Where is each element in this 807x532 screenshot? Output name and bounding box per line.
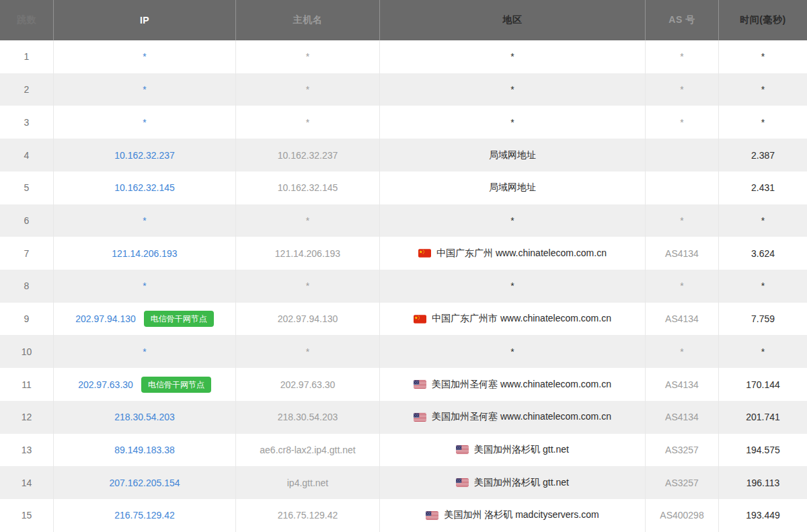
ip-link[interactable]: 202.97.63.30 [78, 379, 133, 390]
ip-cell: 216.75.129.42 [54, 499, 236, 532]
table-row: 1 * * * * * [0, 40, 807, 73]
asn-cell: * [646, 335, 719, 368]
time-cell: * [719, 106, 807, 139]
table-row: 4 10.162.32.237 10.162.32.237 局域网地址 2.38… [0, 139, 807, 172]
table-row: 8 * * * * * [0, 270, 807, 303]
region-cell: 美国加州圣何塞 www.chinatelecom.com.cn [380, 368, 646, 401]
us-flag-icon [456, 478, 469, 487]
hostname-cell: * [236, 335, 380, 368]
region-cell: * [380, 204, 646, 237]
hostname-cell: 10.162.32.145 [236, 172, 380, 204]
cn-flag-icon [418, 249, 431, 258]
table-row: 11 202.97.63.30 电信骨干网节点 202.97.63.30 美国加… [0, 368, 807, 401]
hostname-cell: 202.97.63.30 [236, 368, 380, 401]
ip-cell: 218.30.54.203 [54, 401, 236, 434]
region-text: * [510, 346, 514, 357]
region-cell: * [380, 335, 646, 368]
time-cell: 2.387 [719, 139, 807, 172]
ip-link[interactable]: * [143, 346, 146, 357]
table-body: 1 * * * * * 2 * * * * * 3 * * [0, 40, 807, 532]
table-row: 13 89.149.183.38 ae6.cr8-lax2.ip4.gtt.ne… [0, 434, 807, 467]
hostname-cell: ip4.gtt.net [236, 466, 380, 499]
table-row: 9 202.97.94.130 电信骨干网节点 202.97.94.130 中国… [0, 303, 807, 336]
ip-link[interactable]: * [143, 215, 146, 226]
asn-cell: AS4134 [646, 237, 719, 270]
hop-cell: 7 [0, 237, 54, 270]
hostname-cell: * [236, 106, 380, 139]
asn-cell: AS4134 [646, 368, 719, 401]
hop-cell: 11 [0, 368, 54, 401]
hop-cell: 6 [0, 204, 54, 237]
region-cell: * [380, 106, 646, 139]
us-flag-icon [414, 380, 426, 389]
asn-cell: AS400298 [646, 499, 719, 532]
ip-link[interactable]: 89.149.183.38 [114, 445, 175, 455]
time-cell: * [719, 204, 807, 237]
table-header: 跳数 IP 主机名 地区 AS 号 时间(毫秒) [0, 0, 807, 40]
hop-cell: 10 [0, 335, 54, 368]
header-hostname: 主机名 [236, 0, 380, 40]
asn-cell: AS4134 [646, 303, 719, 336]
hop-cell: 3 [0, 106, 54, 139]
ip-cell: * [54, 106, 236, 139]
hop-cell: 9 [0, 303, 54, 336]
hop-cell: 5 [0, 172, 54, 204]
hostname-cell: 216.75.129.42 [236, 499, 380, 532]
region-text: 美国加州圣何塞 www.chinatelecom.com.cn [432, 379, 611, 391]
ip-cell: * [54, 204, 236, 237]
header-ip: IP [54, 0, 236, 40]
ip-link[interactable]: * [143, 117, 146, 128]
time-cell: 170.144 [719, 368, 807, 401]
ip-link[interactable]: 10.162.32.145 [114, 182, 175, 193]
region-text: 局域网地址 [489, 182, 536, 194]
ip-cell: 10.162.32.237 [54, 139, 236, 172]
hostname-cell: 10.162.32.237 [236, 139, 380, 172]
ip-link[interactable]: 218.30.54.203 [114, 412, 175, 422]
time-cell: 2.431 [719, 172, 807, 204]
hostname-cell: 218.30.54.203 [236, 401, 380, 434]
ip-cell: * [54, 40, 236, 73]
asn-cell: * [646, 106, 719, 139]
table-row: 2 * * * * * [0, 73, 807, 106]
region-cell: * [380, 270, 646, 303]
traceroute-table: 跳数 IP 主机名 地区 AS 号 时间(毫秒) 1 * * * * * 2 *… [0, 0, 807, 532]
ip-link[interactable]: 207.162.205.154 [109, 478, 180, 488]
telecom-backbone-badge: 电信骨干网节点 [144, 311, 214, 327]
ip-link[interactable]: 216.75.129.42 [114, 510, 175, 521]
ip-link[interactable]: 10.162.32.237 [114, 150, 175, 161]
asn-cell: AS3257 [646, 466, 719, 499]
table-row: 3 * * * * * [0, 106, 807, 139]
time-cell: * [719, 73, 807, 106]
telecom-backbone-badge: 电信骨干网节点 [141, 377, 211, 393]
region-text: 局域网地址 [489, 149, 536, 161]
region-text: 中国广东广州市 www.chinatelecom.com.cn [432, 313, 611, 325]
ip-link[interactable]: * [143, 280, 146, 291]
header-asn: AS 号 [646, 0, 719, 40]
asn-cell: * [646, 40, 719, 73]
table-row: 5 10.162.32.145 10.162.32.145 局域网地址 2.43… [0, 172, 807, 204]
region-cell: * [380, 40, 646, 73]
region-text: 中国广东广州 www.chinatelecom.com.cn [436, 248, 607, 260]
time-cell: 201.741 [719, 401, 807, 434]
ip-link[interactable]: 121.14.206.193 [112, 248, 177, 259]
time-cell: 193.449 [719, 499, 807, 532]
table-row: 15 216.75.129.42 216.75.129.42 美国加州 洛杉矶 … [0, 499, 807, 532]
ip-link[interactable]: 202.97.94.130 [75, 313, 136, 324]
asn-cell: * [646, 73, 719, 106]
ip-link[interactable]: * [143, 51, 146, 62]
region-cell: * [380, 73, 646, 106]
table-row: 7 121.14.206.193 121.14.206.193 中国广东广州 w… [0, 237, 807, 270]
ip-link[interactable]: * [143, 84, 146, 95]
region-cell: 美国加州圣何塞 www.chinatelecom.com.cn [380, 401, 646, 434]
table-row: 6 * * * * * [0, 204, 807, 237]
hop-cell: 15 [0, 499, 54, 532]
asn-cell: * [646, 270, 719, 303]
time-cell: * [719, 270, 807, 303]
asn-cell [646, 172, 719, 204]
asn-cell: AS4134 [646, 401, 719, 434]
time-cell: * [719, 335, 807, 368]
time-cell: 7.759 [719, 303, 807, 336]
us-flag-icon [426, 511, 438, 520]
hop-cell: 1 [0, 40, 54, 73]
region-cell: 美国加州洛杉矶 gtt.net [380, 466, 646, 499]
